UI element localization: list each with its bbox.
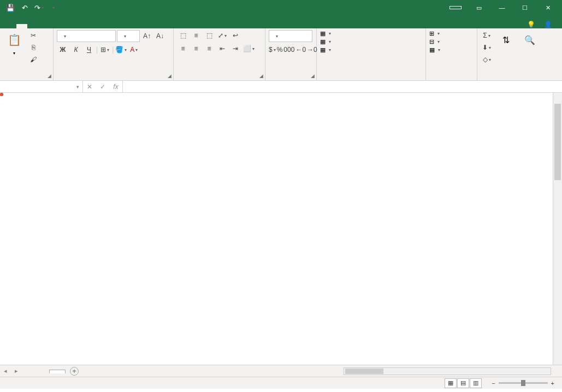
sort-filter-button[interactable]: ⇅ — [495, 30, 517, 79]
normal-view-icon[interactable]: ▦ — [445, 378, 457, 388]
decrease-decimal-icon[interactable]: →0 — [307, 44, 317, 55]
tab-page-layout[interactable] — [40, 24, 51, 28]
highlight-box-e — [0, 93, 3, 96]
signin-button[interactable] — [449, 6, 462, 9]
underline-icon[interactable]: Ч — [83, 44, 95, 55]
sheet-nav-prev-icon[interactable]: ◂ — [0, 367, 11, 375]
currency-icon[interactable]: $ — [269, 44, 276, 55]
tab-review[interactable] — [76, 24, 87, 28]
tab-file[interactable] — [4, 24, 15, 28]
redo-icon[interactable]: ↷ — [33, 2, 45, 14]
percent-icon[interactable]: % — [277, 44, 283, 55]
align-top-icon[interactable]: ⬚ — [177, 30, 189, 41]
number-launcher-icon[interactable]: ◢ — [311, 73, 315, 79]
enter-formula-icon[interactable]: ✓ — [96, 83, 109, 91]
cancel-formula-icon[interactable]: ✕ — [83, 83, 96, 91]
grid-area — [0, 93, 562, 365]
page-layout-view-icon[interactable]: ▤ — [457, 378, 469, 388]
copy-icon[interactable]: ⎘ — [27, 42, 39, 53]
tab-home[interactable] — [16, 24, 27, 28]
add-sheet-icon[interactable]: + — [70, 367, 79, 376]
zoom-slider[interactable] — [499, 382, 548, 384]
zoom-in-icon[interactable]: + — [551, 380, 554, 387]
fill-color-icon[interactable]: 🪣 — [115, 44, 127, 55]
increase-indent-icon[interactable]: ⇥ — [229, 43, 241, 54]
cell-styles-button[interactable]: ▦ — [320, 46, 422, 54]
tab-data[interactable] — [64, 24, 75, 28]
qat-customize-icon[interactable] — [47, 2, 59, 14]
sort-icon: ⇅ — [497, 31, 514, 49]
comma-icon[interactable]: 000 — [283, 44, 294, 55]
merge-icon[interactable]: ⬜ — [242, 43, 255, 54]
insert-cells-button[interactable]: ⊞ — [429, 30, 474, 37]
paste-button[interactable]: 📋 ▾ — [3, 30, 25, 79]
share-icon[interactable]: 👤 — [544, 21, 552, 28]
format-cells-button[interactable]: ▦ — [429, 46, 474, 54]
clipboard-launcher-icon[interactable]: ◢ — [48, 73, 51, 79]
find-select-button[interactable]: 🔍 — [519, 30, 541, 79]
borders-icon[interactable]: ⊞ — [99, 44, 111, 55]
wrap-text-icon[interactable]: ↩ — [229, 30, 241, 41]
tab-insert[interactable] — [28, 24, 39, 28]
format-as-table-button[interactable]: ▦ — [320, 38, 422, 45]
highlight-box-bc — [0, 93, 3, 96]
increase-font-icon[interactable]: A↑ — [141, 31, 153, 41]
maximize-icon[interactable]: ☐ — [514, 0, 536, 15]
tell-me-icon[interactable]: 💡 — [527, 21, 535, 28]
cut-icon[interactable]: ✂ — [27, 30, 39, 41]
ribbon-tabs: 💡 👤 — [0, 15, 562, 28]
decrease-font-icon[interactable]: A↓ — [154, 31, 166, 41]
increase-decimal-icon[interactable]: ←0 — [295, 44, 306, 55]
fx-icon[interactable]: fx — [109, 83, 122, 91]
clear-icon[interactable]: ◇ — [481, 54, 493, 65]
undo-icon[interactable]: ↶ — [19, 2, 31, 14]
align-middle-icon[interactable]: ≡ — [190, 30, 202, 41]
save-icon[interactable]: 💾 — [4, 2, 16, 14]
statusbar: ▦ ▤ ▥ − + — [0, 377, 562, 389]
align-launcher-icon[interactable]: ◢ — [259, 73, 263, 79]
italic-icon[interactable]: К — [70, 44, 82, 55]
align-left-icon[interactable]: ≡ — [177, 43, 189, 54]
zoom-out-icon[interactable]: − — [492, 380, 495, 387]
vertical-scrollbar[interactable] — [553, 93, 562, 365]
align-bottom-icon[interactable]: ⬚ — [203, 30, 215, 41]
autosum-icon[interactable]: Σ — [481, 30, 493, 41]
formula-bar[interactable] — [123, 81, 562, 92]
align-right-icon[interactable]: ≡ — [203, 43, 215, 54]
fill-icon[interactable]: ⬇ — [481, 42, 493, 53]
sheet-tabs: ◂ ▸ + — [0, 365, 562, 377]
search-icon: 🔍 — [521, 31, 539, 49]
number-format-select[interactable] — [269, 30, 312, 42]
orientation-icon[interactable]: ⤢ — [216, 30, 228, 41]
font-launcher-icon[interactable]: ◢ — [168, 73, 171, 79]
align-center-icon[interactable]: ≡ — [190, 43, 202, 54]
tab-developer[interactable] — [100, 24, 111, 28]
minimize-icon[interactable]: — — [491, 0, 513, 15]
delete-cells-button[interactable]: ⊟ — [429, 38, 474, 45]
ribbon: 📋 ▾ ✂ ⎘ 🖌 ◢ A↑ A↓ Ж К Ч — [0, 28, 562, 81]
name-box[interactable]: ▾ — [0, 81, 83, 92]
formula-bar-row: ▾ ✕ ✓ fx — [0, 81, 562, 93]
font-size-select[interactable] — [117, 30, 140, 42]
ribbon-options-icon[interactable]: ▭ — [468, 0, 490, 15]
horizontal-scrollbar[interactable] — [344, 367, 551, 375]
clipboard-icon: 📋 — [5, 31, 23, 49]
sheet-tab[interactable] — [49, 370, 66, 373]
sheet-nav-next-icon[interactable]: ▸ — [11, 367, 22, 375]
tab-formulas[interactable] — [52, 24, 63, 28]
font-name-select[interactable] — [57, 30, 116, 42]
page-break-view-icon[interactable]: ▥ — [470, 378, 482, 388]
font-color-icon[interactable]: A — [128, 44, 140, 55]
conditional-formatting-button[interactable]: ▦ — [320, 30, 422, 37]
tab-help[interactable] — [113, 24, 123, 28]
tab-view[interactable] — [88, 24, 99, 28]
format-painter-icon[interactable]: 🖌 — [27, 54, 39, 65]
close-icon[interactable]: ✕ — [537, 0, 559, 15]
titlebar: 💾 ↶ ↷ ▭ — ☐ ✕ — [0, 0, 562, 15]
decrease-indent-icon[interactable]: ⇤ — [216, 43, 228, 54]
bold-icon[interactable]: Ж — [57, 44, 69, 55]
